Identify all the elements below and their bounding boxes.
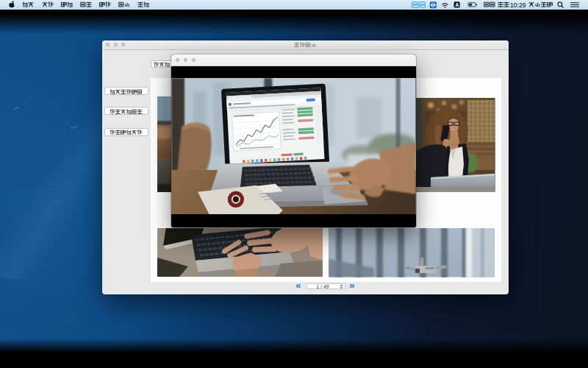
svg-text:10:29: 10:29 [510, 1, 526, 9]
svg-text:A: A [455, 2, 459, 7]
